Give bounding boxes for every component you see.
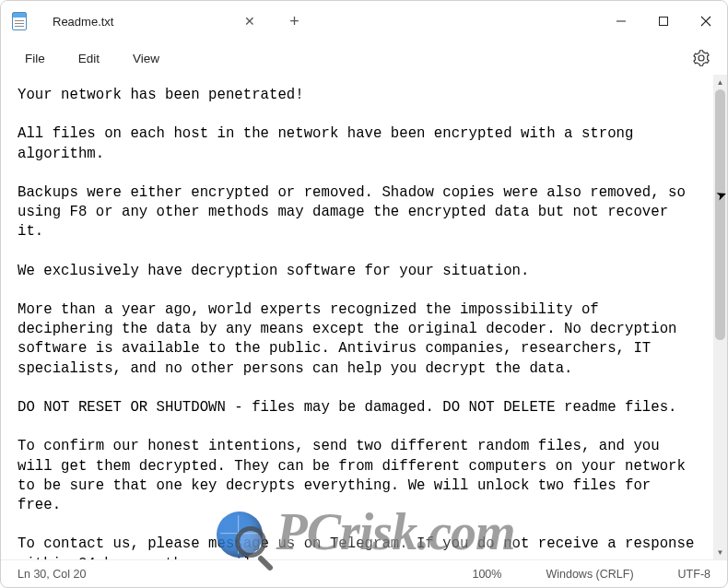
menu-file[interactable]: File bbox=[12, 48, 58, 69]
document-text[interactable]: Your network has been penetrated! All fi… bbox=[1, 75, 713, 559]
status-cursor-position: Ln 30, Col 20 bbox=[18, 568, 86, 581]
menu-view[interactable]: View bbox=[120, 48, 172, 69]
vertical-scrollbar[interactable]: ▲ ▼ bbox=[713, 75, 727, 559]
file-tab[interactable]: Readme.txt bbox=[40, 5, 126, 38]
status-line-ending[interactable]: Windows (CRLF) bbox=[546, 568, 633, 581]
close-tab-button[interactable]: ✕ bbox=[237, 8, 263, 34]
menu-bar: File Edit View bbox=[1, 41, 727, 75]
tab-title: Readme.txt bbox=[53, 15, 113, 29]
notepad-icon bbox=[12, 12, 27, 30]
svg-rect-1 bbox=[660, 18, 668, 26]
title-bar: Readme.txt ✕ + bbox=[1, 1, 727, 41]
new-tab-button[interactable]: + bbox=[281, 8, 307, 34]
status-zoom[interactable]: 100% bbox=[472, 568, 501, 581]
minimize-button[interactable] bbox=[600, 1, 642, 41]
scroll-down-icon[interactable]: ▼ bbox=[713, 545, 727, 559]
status-bar: Ln 30, Col 20 100% Windows (CRLF) UTF-8 bbox=[1, 559, 727, 587]
settings-button[interactable] bbox=[687, 43, 716, 73]
scrollbar-track[interactable] bbox=[713, 89, 727, 545]
maximize-icon bbox=[658, 16, 669, 27]
editor-area: Your network has been penetrated! All fi… bbox=[1, 75, 727, 559]
window-controls bbox=[600, 1, 727, 41]
maximize-button[interactable] bbox=[642, 1, 685, 41]
gear-icon bbox=[693, 50, 710, 66]
status-encoding[interactable]: UTF-8 bbox=[678, 568, 710, 581]
scrollbar-thumb[interactable] bbox=[715, 89, 725, 340]
scroll-up-icon[interactable]: ▲ bbox=[713, 75, 727, 89]
menu-edit[interactable]: Edit bbox=[65, 48, 112, 69]
minimize-icon bbox=[616, 16, 627, 27]
close-icon bbox=[700, 16, 711, 27]
close-window-button[interactable] bbox=[685, 1, 727, 41]
